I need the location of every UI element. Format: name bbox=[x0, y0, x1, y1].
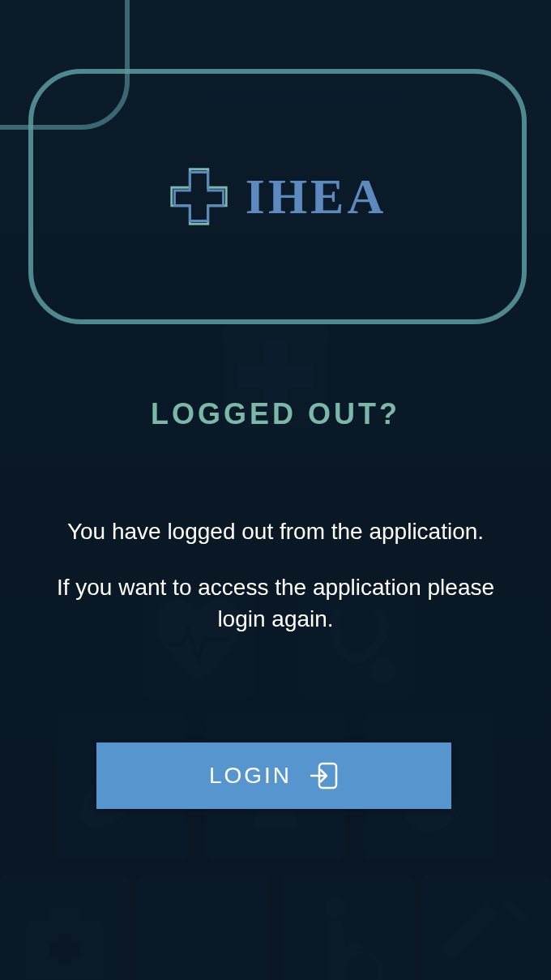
message-line-2: If you want to access the application pl… bbox=[41, 571, 510, 635]
logout-message: You have logged out from the application… bbox=[0, 516, 551, 636]
login-arrow-icon bbox=[310, 761, 339, 790]
main-content: LOGGED OUT? You have logged out from the… bbox=[0, 0, 551, 980]
message-line-1: You have logged out from the application… bbox=[41, 516, 510, 547]
login-button[interactable]: LOGIN bbox=[96, 742, 451, 809]
login-button-label: LOGIN bbox=[209, 763, 292, 789]
page-heading: LOGGED OUT? bbox=[0, 397, 551, 431]
